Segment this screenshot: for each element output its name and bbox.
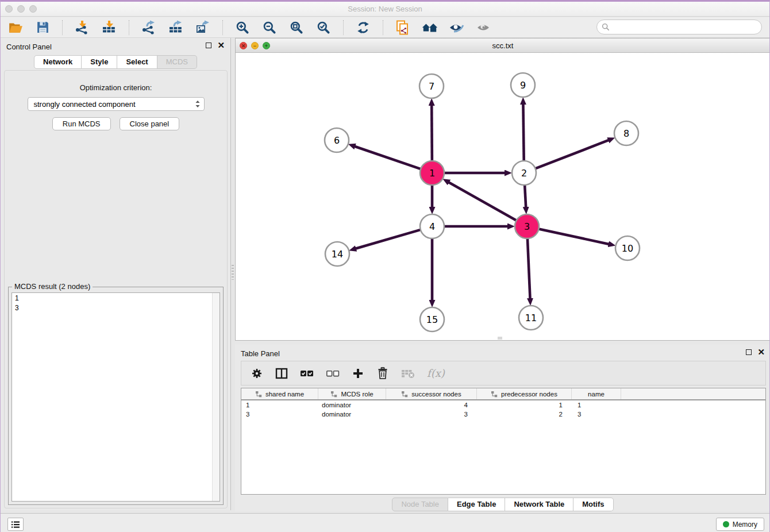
float-panel-icon[interactable] xyxy=(206,43,211,48)
column-header-shared-name[interactable]: shared name xyxy=(241,388,318,399)
export-image-icon[interactable] xyxy=(195,20,211,36)
save-session-icon[interactable] xyxy=(34,20,51,36)
memory-button[interactable]: Memory xyxy=(716,518,764,531)
graph-node-7[interactable]: 7 xyxy=(419,74,444,98)
table-cell[interactable]: 1 xyxy=(477,402,572,408)
float-table-panel-icon[interactable] xyxy=(746,349,752,355)
zoom-selected-icon[interactable] xyxy=(315,20,332,36)
task-history-button[interactable] xyxy=(7,518,24,531)
table-tab-motifs[interactable]: Motifs xyxy=(573,498,613,511)
graph-node-1[interactable]: 1 xyxy=(420,161,444,185)
graph-edge-4-14[interactable] xyxy=(356,230,421,249)
network-canvas[interactable]: 1234678910111415 xyxy=(236,53,770,340)
table-cell[interactable]: 2 xyxy=(477,411,572,418)
table-cell[interactable]: 3 xyxy=(386,411,477,418)
tab-select[interactable]: Select xyxy=(117,55,157,69)
close-panel-icon[interactable]: ✕ xyxy=(217,42,225,49)
table-cell[interactable]: 3 xyxy=(241,411,318,418)
export-network-icon[interactable] xyxy=(141,20,157,36)
graph-edge-2-3[interactable] xyxy=(525,185,526,207)
graph-edge-3-1[interactable] xyxy=(449,182,517,220)
table-cell[interactable]: 1 xyxy=(572,402,621,408)
tab-mcds[interactable]: MCDS xyxy=(157,55,197,69)
select-all-icon[interactable] xyxy=(300,367,314,380)
search-input[interactable] xyxy=(613,23,750,31)
network-graph[interactable]: 1234678910111415 xyxy=(236,53,770,340)
run-mcds-button[interactable]: Run MCDS xyxy=(52,117,111,130)
graph-edge-3-10[interactable] xyxy=(539,229,609,244)
node-table[interactable]: shared nameMCDS rolesuccessor nodesprede… xyxy=(241,388,766,495)
svg-text:1: 1 xyxy=(429,168,435,179)
zoom-fit-icon[interactable] xyxy=(288,20,305,36)
titlebar: Session: New Session xyxy=(1,2,769,17)
svg-text:3: 3 xyxy=(524,221,530,232)
control-panel-tabs: NetworkStyleSelectMCDS xyxy=(1,55,230,69)
refresh-layout-icon[interactable] xyxy=(355,20,371,36)
graph-node-9[interactable]: 9 xyxy=(511,73,535,97)
graph-node-3[interactable]: 3 xyxy=(515,214,539,238)
mcds-result-text[interactable]: 1 3 xyxy=(11,292,220,502)
add-column-icon[interactable] xyxy=(352,367,364,380)
unselect-all-icon[interactable] xyxy=(326,367,340,380)
table-panel-title: Table Panel xyxy=(241,349,280,358)
table-tab-node-table[interactable]: Node Table xyxy=(392,498,448,511)
graph-node-11[interactable]: 11 xyxy=(519,306,543,330)
delete-column-trash-icon[interactable] xyxy=(376,367,389,380)
mcds-result-group: MCDS result (2 nodes) 1 3 xyxy=(8,287,224,505)
table-cell[interactable]: 1 xyxy=(241,402,318,408)
table-cell[interactable]: 4 xyxy=(386,402,477,408)
open-file-icon[interactable] xyxy=(7,20,24,36)
graph-node-14[interactable]: 14 xyxy=(325,242,349,266)
home-icon[interactable] xyxy=(422,20,438,36)
attribute-type-icon xyxy=(401,391,408,398)
network-from-selection-icon[interactable] xyxy=(395,20,411,36)
toolbar-separator xyxy=(62,20,63,35)
splitter-grip[interactable] xyxy=(232,265,234,280)
search-field[interactable] xyxy=(596,20,762,34)
graph-node-2[interactable]: 2 xyxy=(512,161,536,185)
column-header-label: MCDS role xyxy=(341,391,373,398)
graph-edge-3-11[interactable] xyxy=(528,238,530,299)
column-format-icon[interactable] xyxy=(275,367,288,380)
panel-splitter[interactable] xyxy=(231,38,235,510)
table-tab-edge-table[interactable]: Edge Table xyxy=(448,498,505,511)
export-table-icon[interactable] xyxy=(168,20,184,36)
column-header-predecessor-nodes[interactable]: predecessor nodes xyxy=(477,388,572,399)
table-cell[interactable]: 3 xyxy=(572,411,621,418)
graph-node-15[interactable]: 15 xyxy=(420,307,444,331)
graph-node-4[interactable]: 4 xyxy=(420,214,444,238)
graph-node-10[interactable]: 10 xyxy=(615,236,640,260)
tab-style[interactable]: Style xyxy=(82,55,117,69)
optimization-criterion-label: Optimization criterion: xyxy=(5,83,227,92)
hide-panels-eye-icon[interactable] xyxy=(449,20,465,36)
column-header-name[interactable]: name xyxy=(572,388,621,399)
graph-edge-1-7[interactable] xyxy=(432,105,432,161)
zoom-out-icon[interactable] xyxy=(261,20,278,36)
table-tabs: Node TableEdge TableNetwork TableMotifs xyxy=(235,498,770,511)
graph-node-8[interactable]: 8 xyxy=(614,121,638,145)
import-network-icon[interactable] xyxy=(74,20,90,36)
graph-node-6[interactable]: 6 xyxy=(325,128,349,152)
tab-network[interactable]: Network xyxy=(34,55,82,69)
memory-status-icon xyxy=(723,521,729,527)
show-panels-eye-icon[interactable] xyxy=(476,20,492,36)
toolbar-separator xyxy=(343,20,344,35)
table-row[interactable]: 3dominator323 xyxy=(241,410,765,419)
column-header-MCDS-role[interactable]: MCDS role xyxy=(318,388,386,399)
graph-edge-2-8[interactable] xyxy=(536,140,609,168)
column-header-successor-nodes[interactable]: successor nodes xyxy=(386,388,477,399)
network-resize-handle[interactable] xyxy=(498,337,502,340)
zoom-in-icon[interactable] xyxy=(234,20,251,36)
close-panel-button[interactable]: Close panel xyxy=(120,117,180,130)
table-settings-gear-icon[interactable] xyxy=(251,367,263,380)
table-cell[interactable]: dominator xyxy=(318,411,386,418)
graph-edge-1-6[interactable] xyxy=(355,147,421,169)
graph-edge-2-9[interactable] xyxy=(523,104,523,161)
table-row[interactable]: 1dominator411 xyxy=(241,400,765,410)
table-cell[interactable]: dominator xyxy=(318,402,386,408)
close-table-panel-icon[interactable]: ✕ xyxy=(757,349,765,356)
result-scrollbar[interactable] xyxy=(212,293,220,501)
import-table-icon[interactable] xyxy=(101,20,117,36)
table-tab-network-table[interactable]: Network Table xyxy=(505,498,573,511)
optimization-criterion-dropdown[interactable]: strongly connected component xyxy=(28,97,205,111)
